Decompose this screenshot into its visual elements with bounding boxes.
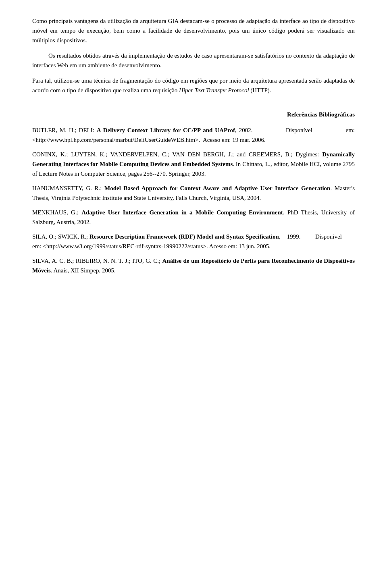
reference-sila-bold: Resource Description Framework (RDF) Mod… (89, 233, 279, 240)
reference-coninx-bold: Dynamically Generating Interfaces for Mo… (32, 151, 355, 167)
para1-text: Como principais vantagens da utilização … (32, 16, 355, 45)
reference-hanumansetty: HANUMANSETTY, G. R.; Model Based Approac… (32, 183, 355, 203)
reference-coninx: CONINX, K.; LUYTEN, K.; VANDERVELPEN, C.… (32, 150, 355, 179)
paragraph-3: Para tal, utilizou-se uma técnica de fra… (32, 76, 355, 95)
para3-text: Para tal, utilizou-se uma técnica de fra… (32, 76, 355, 95)
reference-silva-bold: Análise de um Repositório de Perfis para… (32, 258, 355, 274)
paragraph-2: Os resultados obtidos através da impleme… (32, 51, 355, 70)
reference-butler-bold: A Delivery Context Library for CC/PP and… (97, 127, 235, 133)
reference-silva: SILVA, A. C. B.; RIBEIRO, N. N. T. J.; I… (32, 256, 355, 275)
reference-hanumansetty-bold: Model Based Approach for Context Aware a… (104, 185, 330, 191)
reference-butler: BUTLER, M. H.; DELI: A Delivery Context … (32, 125, 355, 145)
paragraph-1: Como principais vantagens da utilização … (32, 16, 355, 45)
references-list: BUTLER, M. H.; DELI: A Delivery Context … (32, 125, 355, 275)
section-title: Referências Bibliográficas (32, 111, 355, 118)
page: Como principais vantagens da utilização … (0, 0, 387, 588)
para2-text: Os resultados obtidos através da impleme… (32, 51, 355, 70)
reference-menkhaus: MENKHAUS, G.; Adaptive User Interface Ge… (32, 208, 355, 227)
reference-menkhaus-bold: Adaptive User Interface Generation in a … (81, 209, 283, 216)
reference-sila: SILA, O.; SWICK, R.; Resource Descriptio… (32, 232, 355, 251)
